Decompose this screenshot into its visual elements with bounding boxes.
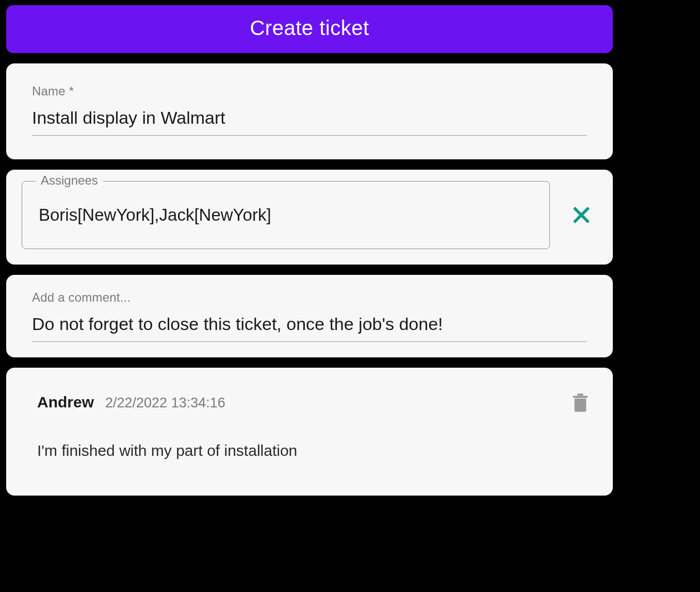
comment-item: Andrew 2/22/2022 13:34:16 I'm finished w… [6, 368, 613, 496]
name-input[interactable] [32, 105, 587, 136]
comment-input[interactable] [32, 311, 587, 342]
comment-input-label: Add a comment... [32, 290, 587, 305]
comment-timestamp: 2/22/2022 13:34:16 [105, 395, 225, 411]
comment-body: I'm finished with my part of installatio… [37, 442, 587, 459]
assignees-value: Boris[NewYork],Jack[NewYork] [39, 205, 271, 225]
svg-rect-2 [575, 399, 587, 412]
create-ticket-button[interactable]: Create ticket [6, 5, 613, 53]
name-card: Name * [6, 63, 613, 159]
svg-rect-4 [577, 393, 583, 396]
delete-comment-button[interactable] [568, 390, 592, 419]
trash-icon [572, 393, 589, 414]
close-icon [571, 204, 592, 226]
name-label: Name * [32, 84, 587, 98]
assignees-field[interactable]: Assignees Boris[NewYork],Jack[NewYork] [22, 181, 550, 249]
comment-author: Andrew [37, 393, 94, 411]
add-comment-card: Add a comment... [6, 275, 613, 357]
clear-assignees-button[interactable] [565, 199, 597, 231]
assignees-label: Assignees [36, 173, 103, 188]
svg-rect-3 [573, 396, 588, 398]
assignees-card: Assignees Boris[NewYork],Jack[NewYork] [6, 170, 613, 265]
